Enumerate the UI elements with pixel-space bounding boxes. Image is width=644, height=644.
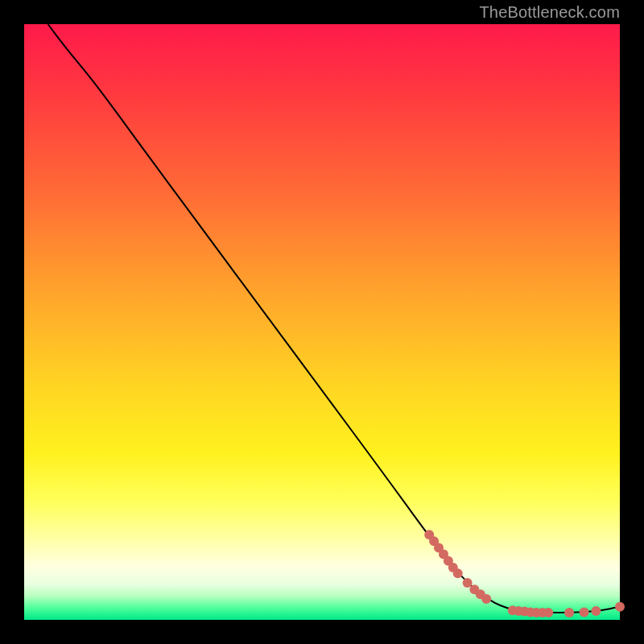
chart-frame: TheBottleneck.com [0, 0, 644, 644]
data-marker [591, 606, 601, 616]
plot-area [24, 24, 620, 620]
data-marker [463, 578, 473, 588]
data-marker [580, 607, 589, 617]
data-marker [564, 608, 574, 617]
chart-svg [24, 24, 620, 620]
attribution-text: TheBottleneck.com [479, 3, 620, 22]
bottleneck-curve [48, 24, 620, 613]
data-markers [424, 530, 625, 617]
data-marker [453, 568, 463, 578]
data-marker [543, 608, 553, 617]
data-marker [481, 594, 491, 604]
data-marker [615, 602, 625, 612]
